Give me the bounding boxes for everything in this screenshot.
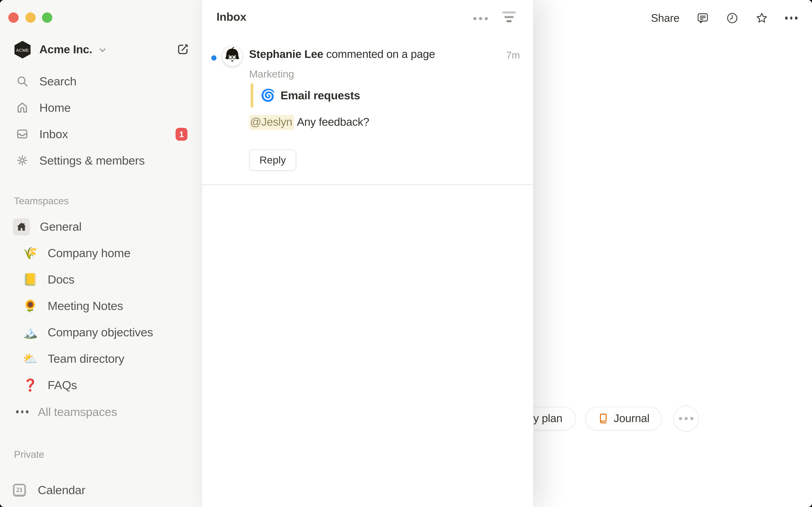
sun-behind-cloud-emoji: ⛅ <box>23 352 36 365</box>
journal-book-icon <box>598 413 609 424</box>
sidebar-item-label: General <box>40 220 82 234</box>
ellipsis-icon[interactable] <box>470 14 491 23</box>
reply-label: Reply <box>259 154 286 166</box>
comment-icon[interactable] <box>697 12 709 24</box>
user-mention[interactable]: @Jeslyn <box>249 115 294 130</box>
ledger-emoji: 📒 <box>23 273 36 286</box>
house-glyph-icon <box>13 218 30 235</box>
sidebar-item-inbox[interactable]: Inbox 1 <box>4 122 198 147</box>
inbox-tray-icon <box>16 128 29 140</box>
search-icon <box>16 75 29 88</box>
sidebar-item-company-objectives[interactable]: 🏔️ Company objectives <box>4 320 198 345</box>
page-topbar: Share <box>651 10 798 26</box>
chevron-down-icon <box>98 46 107 54</box>
notification-action: commented on a page <box>323 48 435 61</box>
template-more-button[interactable] <box>673 406 699 431</box>
comment-body: Any feedback? <box>297 116 369 128</box>
sidebar-item-label: FAQs <box>48 378 77 392</box>
share-button[interactable]: Share <box>651 12 679 24</box>
workspace-name: Acme Inc. <box>39 43 92 56</box>
home-icon <box>16 101 29 114</box>
window-close-button[interactable] <box>8 12 18 23</box>
notification-context: Marketing <box>249 68 294 80</box>
filter-icon[interactable] <box>501 11 517 25</box>
sidebar-item-label: Team directory <box>48 351 124 365</box>
sidebar: ACME Acme Inc. Search <box>0 0 202 507</box>
sidebar-item-faqs[interactable]: ❓ FAQs <box>4 373 198 397</box>
teamspaces-section-header: Teamspaces <box>14 195 69 207</box>
notion-window: ACME Acme Inc. Search <box>0 0 812 507</box>
calendar-icon: 21 <box>13 484 26 496</box>
compose-icon[interactable] <box>176 43 190 56</box>
sidebar-item-general[interactable]: General <box>4 214 198 239</box>
sunflower-emoji: 🌻 <box>23 299 36 313</box>
ellipsis-icon <box>679 417 694 420</box>
clock-icon[interactable] <box>726 12 739 24</box>
calendar-day-number: 21 <box>14 485 24 495</box>
sidebar-item-calendar[interactable]: 21 Calendar <box>4 477 198 502</box>
template-plan-label: y plan <box>533 412 562 425</box>
sidebar-item-label: Company home <box>48 246 131 260</box>
sidebar-item-label: Home <box>39 101 70 114</box>
sidebar-item-search[interactable]: Search <box>4 69 198 94</box>
sidebar-item-meeting-notes[interactable]: 🌻 Meeting Notes <box>4 293 198 318</box>
inbox-popover: Inbox Stephanie Lee commented on a page <box>202 0 533 507</box>
sidebar-item-label: Company objectives <box>48 325 153 339</box>
window-minimize-button[interactable] <box>26 12 36 23</box>
sidebar-item-label: All teamspaces <box>38 405 117 419</box>
sidebar-item-label: Search <box>39 74 77 88</box>
page-link-quote[interactable]: 🌀 Email requests <box>251 83 360 108</box>
quote-bar <box>251 83 253 108</box>
cyclone-emoji: 🌀 <box>260 89 275 103</box>
inbox-title: Inbox <box>216 10 246 24</box>
sidebar-item-team-directory[interactable]: ⛅ Team directory <box>4 346 198 371</box>
sidebar-item-label: Meeting Notes <box>48 299 123 313</box>
sidebar-item-all-teamspaces[interactable]: All teamspaces <box>4 399 198 425</box>
notification-time: 7m <box>506 50 520 61</box>
star-icon[interactable] <box>756 12 768 24</box>
ellipsis-icon[interactable] <box>785 12 798 24</box>
sidebar-item-label: Settings & members <box>39 153 145 167</box>
workspace-hexagon-logo: ACME <box>13 40 32 59</box>
sidebar-item-label: Docs <box>48 272 74 286</box>
reply-button[interactable]: Reply <box>249 150 296 171</box>
page-link-title: Email requests <box>281 89 360 102</box>
sidebar-item-label: Calendar <box>38 483 86 497</box>
notification-title: Stephanie Lee commented on a page <box>249 48 472 61</box>
stephanie-lee-avatar <box>222 46 243 66</box>
gear-icon <box>16 154 29 167</box>
sheaf-of-rice-emoji: 🌾 <box>23 246 36 260</box>
sidebar-item-label: Inbox <box>39 127 68 141</box>
inbox-divider <box>202 184 533 185</box>
unread-dot <box>211 55 216 60</box>
mountain-emoji: 🏔️ <box>23 325 36 339</box>
inbox-unread-badge: 1 <box>175 128 187 141</box>
template-journal-button[interactable]: Journal <box>585 407 662 431</box>
svg-text:ACME: ACME <box>16 48 29 53</box>
sidebar-item-docs[interactable]: 📒 Docs <box>4 267 198 292</box>
comment-text: @JeslynAny feedback? <box>249 116 369 129</box>
question-mark-emoji: ❓ <box>23 378 36 392</box>
template-journal-label: Journal <box>614 412 649 425</box>
actor-name: Stephanie Lee <box>249 48 323 61</box>
window-zoom-button[interactable] <box>42 12 52 23</box>
workspace-switcher[interactable]: ACME Acme Inc. <box>4 37 198 62</box>
ellipsis-icon <box>16 406 29 418</box>
sidebar-item-company-home[interactable]: 🌾 Company home <box>4 241 198 266</box>
sidebar-item-home[interactable]: Home <box>4 95 198 120</box>
sidebar-item-settings[interactable]: Settings & members <box>4 148 198 173</box>
private-section-header: Private <box>14 449 44 460</box>
